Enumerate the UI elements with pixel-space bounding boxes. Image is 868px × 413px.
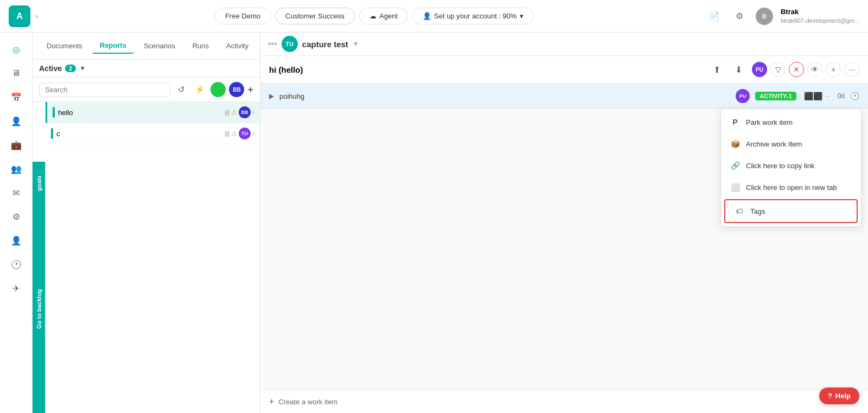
backlog-tab[interactable]: Go to backlog [33,205,45,413]
create-footer[interactable]: + Create a work item [260,390,868,413]
filter-icon-button[interactable]: ▽ [770,62,786,77]
tab-documents[interactable]: Documents [39,39,90,53]
work-item-icons-c: ||| ⚠ TU › [225,128,254,139]
free-demo-button[interactable]: Free Demo [215,8,271,24]
sidebar-icon-clock[interactable]: ◎ [6,39,27,60]
create-label: Create a work item [278,398,337,406]
archive-icon: 📦 [730,138,741,149]
main-layout: ◎ 🖥 📅 👤 💼 👥 ✉ ⚙ 👤 🕐 ✈ Documents Reports … [0,33,868,413]
upload-button[interactable]: ⬆ [709,61,725,78]
work-item-header: hi (hello) ⬆ ⬇ PU ▽ ✕ 👁 + ··· [260,56,868,84]
filter-button[interactable]: ⚡ [192,82,207,97]
work-item-hello[interactable]: hello ||| ⚠ BB › [46,102,260,123]
search-input[interactable] [39,82,170,97]
add-button[interactable]: + [247,84,253,96]
workspace-bar: ••• TU capture test ▼ [260,33,868,56]
user-name: Btrak [781,8,859,17]
top-nav: A » Free Demo Customer Success ☁ Agent 👤… [0,0,868,33]
arrow-right-icon-c: › [252,130,254,137]
active-dropdown-arrow[interactable]: ▼ [79,65,86,72]
arrow-right-icon: › [252,109,254,116]
active-count-badge: 2 [65,65,76,72]
tab-activity[interactable]: Activity [219,39,256,53]
context-menu-tags[interactable]: 🏷 Tags [724,199,858,223]
tab-reports[interactable]: Reports [92,38,134,54]
activity-pu-badge: PU [736,89,750,103]
activity-status-icons: ⬛⬛ → [804,92,830,100]
tags-icon: 🏷 [734,206,745,217]
activity-name: poihuhg [279,92,730,100]
tab-runs[interactable]: Runs [185,39,216,53]
sidebar-icon-briefcase[interactable]: 💼 [6,135,27,155]
context-menu-copy-link[interactable]: 🔗 Click here to copy link [721,155,861,176]
green-status-dot [210,82,226,97]
panel-tabs: goals Go to backlog [33,162,46,413]
app-logo[interactable]: A [9,5,30,27]
work-item-c[interactable]: c ||| ⚠ TU › [46,123,260,144]
user-email: btrak607-development@gm... [781,17,859,24]
clock-icon: 🕐 [850,92,859,100]
item-avatar-bb: BB [239,106,251,118]
eye-icon-button[interactable]: 👁 [807,62,822,77]
nav-right: 📄 ⚙ B Btrak btrak607-development@gm... [706,8,859,25]
setup-chevron-icon: ▾ [520,12,524,20]
work-item-title: hi (hello) [269,65,703,74]
download-button[interactable]: ⬇ [730,61,746,78]
user-info: Btrak btrak607-development@gm... [781,8,859,24]
document-icon-button[interactable]: 📄 [706,8,723,25]
sidebar-icon-team[interactable]: 👥 [6,158,27,179]
pu-avatar: PU [752,62,767,77]
warn-icon-c: ⚠ [231,130,237,137]
context-menu-open-tab[interactable]: ⬜ Click here to open in new tab [721,176,861,198]
sidebar-icon-settings[interactable]: ⚙ [6,206,27,227]
search-toolbar: ↺ ⚡ BB + [33,78,260,102]
warn-icon: ⚠ [231,109,237,116]
bb-avatar: BB [229,82,244,97]
bars-icon: ||| [225,109,229,116]
duration-badge: 0d [838,92,845,100]
context-menu-archive[interactable]: 📦 Archive work Item [721,133,861,155]
close-icon-button[interactable]: ✕ [789,62,804,77]
workspace-dropdown-icon[interactable]: ▼ [353,40,359,48]
sidebar-icon-send[interactable]: ✈ [6,278,27,298]
workspace-name: capture test [302,40,348,49]
active-header: Active 2 ▼ [33,60,260,78]
setup-button[interactable]: 👤 Set up your account : 90% ▾ [412,8,533,24]
plus-icon-button[interactable]: + [826,62,841,77]
work-item-indicator [53,107,55,118]
tab-bar: Documents Reports Scenarios Runs Activit… [33,33,260,60]
help-button[interactable]: ? Help [819,387,859,404]
active-label: Active [39,64,62,73]
help-icon: ? [828,392,832,400]
sidebar-icon-calendar[interactable]: 📅 [6,87,27,107]
nav-center: Free Demo Customer Success ☁ Agent 👤 Set… [47,8,701,24]
work-item-icons: ||| ⚠ BB › [225,106,254,118]
main-content: ••• TU capture test ▼ hi (hello) ⬆ ⬇ PU … [260,33,868,413]
customer-success-button[interactable]: Customer Success [275,8,355,24]
agent-icon: ☁ [369,12,376,20]
context-menu: P Park work item 📦 Archive work Item 🔗 C… [720,109,861,227]
sidebar-icon-timer[interactable]: 🕐 [6,254,27,275]
setup-icon: 👤 [423,12,431,20]
sidebar-icon-mail[interactable]: ✉ [6,182,27,203]
expand-icon[interactable]: » [35,12,39,20]
more-dots-button[interactable]: ··· [844,62,859,77]
agent-button[interactable]: ☁ Agent [359,8,408,24]
activity-row: ▶ poihuhg PU ACTIVITY-1 ⬛⬛ → 0d 🕐 [260,84,868,109]
expand-arrow[interactable]: ▶ [269,92,274,100]
sidebar-icon-display[interactable]: 🖥 [6,63,27,84]
goals-tab[interactable]: goals [33,162,45,205]
tab-scenarios[interactable]: Scenarios [136,39,183,53]
item-avatar-tu: TU [239,128,251,139]
work-items-list: hello ||| ⚠ BB › c ||| ⚠ TU [46,102,260,413]
activity-badge: ACTIVITY-1 [755,92,796,100]
settings-icon-button[interactable]: ⚙ [731,8,748,25]
workspace-dots-left[interactable]: ••• [268,39,277,49]
open-tab-icon: ⬜ [730,182,741,193]
context-menu-park[interactable]: P Park work item [721,111,861,133]
park-icon: P [730,117,741,128]
undo-button[interactable]: ↺ [174,82,189,97]
sidebar-icon-user[interactable]: 👤 [6,111,27,131]
left-sidebar: ◎ 🖥 📅 👤 💼 👥 ✉ ⚙ 👤 🕐 ✈ [0,33,33,413]
sidebar-icon-person[interactable]: 👤 [6,230,27,251]
